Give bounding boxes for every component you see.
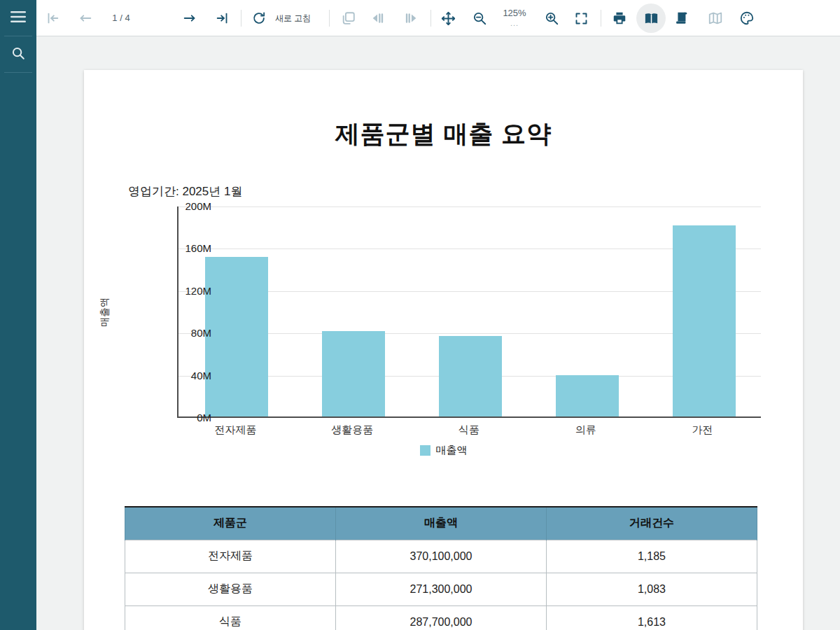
map-icon [708, 10, 723, 26]
toolbar-separator [329, 10, 330, 27]
pan-icon [440, 10, 456, 27]
report-viewer-app: 1 / 4 새로 고침 [0, 0, 840, 630]
summary-table: 제품군매출액거래건수 전자제품370,100,0001,185생활용품271,3… [125, 506, 757, 630]
toolbar: 1 / 4 새로 고침 [36, 0, 840, 36]
bar-생활용품 [322, 331, 385, 416]
toolbar-separator [241, 10, 241, 27]
bar-식품 [439, 336, 502, 416]
viewer-content[interactable]: 제품군별 매출 요약 영업기간: 2025년 1월 매출액 0M40M80M12… [36, 36, 840, 630]
legend-label: 매출액 [436, 444, 468, 457]
search-button[interactable] [0, 36, 36, 72]
y-tick-label: 120M [169, 285, 211, 297]
table-cell: 식품 [125, 606, 336, 630]
table-header-row: 제품군매출액거래건수 [125, 507, 757, 540]
report-page: 제품군별 매출 요약 영업기간: 2025년 1월 매출액 0M40M80M12… [84, 70, 803, 630]
table-cell: 287,700,000 [336, 606, 547, 630]
table-row: 생활용품271,300,0001,083 [125, 573, 757, 606]
zoom-in-icon [544, 10, 559, 26]
search-icon [10, 46, 26, 64]
table-cell: 1,083 [547, 573, 757, 606]
table-header-cell: 매출액 [336, 507, 547, 540]
sidebar [0, 0, 36, 630]
sidebar-divider [4, 72, 32, 73]
first-page-button[interactable] [41, 7, 64, 29]
y-tick-label: 160M [169, 242, 211, 254]
y-tick-label: 200M [169, 200, 211, 212]
table-row: 전자제품370,100,0001,185 [125, 540, 757, 573]
step-back-icon [370, 10, 386, 26]
bar-전자제품 [205, 257, 268, 416]
menu-button[interactable] [0, 0, 36, 36]
fullscreen-button[interactable] [570, 7, 592, 29]
fullscreen-icon [574, 11, 589, 26]
zoom-out-button[interactable] [468, 7, 491, 29]
toolbar-separator [430, 10, 431, 27]
bar-chart: 매출액 0M40M80M120M160M200M 전자제품생활용품식품의류가전 … [84, 70, 803, 462]
y-tick-label: 80M [169, 327, 211, 339]
last-page-icon [215, 10, 230, 26]
hamburger-icon [10, 10, 27, 27]
table-row: 식품287,700,0001,613 [125, 606, 757, 630]
x-tick-label: 생활용품 [303, 424, 401, 437]
y-gridline [178, 206, 761, 207]
table-header-cell: 제품군 [125, 507, 336, 540]
table-cell: 1,613 [547, 606, 757, 630]
export-icon [341, 10, 356, 26]
zoom-in-button[interactable] [540, 7, 563, 29]
x-tick-label: 전자제품 [186, 424, 284, 437]
y-axis-title: 매출액 [99, 298, 111, 327]
theme-button[interactable] [736, 7, 758, 29]
bar-가전 [673, 225, 736, 416]
last-page-button[interactable] [211, 7, 234, 29]
first-page-icon [45, 10, 60, 26]
book-icon [643, 10, 659, 27]
refresh-icon [251, 10, 267, 26]
y-tick-label: 0M [169, 412, 211, 424]
table-cell: 271,300,000 [336, 573, 547, 606]
continuous-view-button[interactable] [670, 7, 692, 29]
table-cell: 전자제품 [125, 540, 336, 573]
table-cell: 370,100,000 [336, 540, 547, 573]
step-forward-icon [403, 10, 419, 26]
x-tick-label: 식품 [420, 424, 518, 437]
table-header-cell: 거래건수 [547, 507, 757, 540]
export-button[interactable] [337, 7, 360, 29]
page-view-button[interactable] [640, 7, 662, 29]
toolbar-separator [601, 10, 601, 27]
scroll-icon [673, 10, 689, 26]
palette-icon [739, 10, 755, 26]
plot-area [177, 206, 761, 418]
print-icon [612, 10, 627, 26]
next-page-icon [182, 10, 197, 26]
x-tick-label: 의류 [537, 424, 635, 437]
table-cell: 생활용품 [125, 573, 336, 606]
pan-button[interactable] [437, 7, 459, 29]
legend-swatch [420, 445, 430, 456]
next-page-button[interactable] [178, 7, 201, 29]
table-body: 전자제품370,100,0001,185생활용품271,300,0001,083… [125, 540, 757, 630]
zoom-level-more: ... [495, 21, 534, 25]
y-tick-label: 40M [169, 370, 211, 382]
chart-legend: 매출액 [84, 444, 803, 457]
zoom-out-icon [472, 10, 487, 26]
step-forward-button[interactable] [400, 7, 422, 29]
refresh-button[interactable] [248, 7, 270, 29]
previous-page-button[interactable] [74, 7, 97, 29]
step-back-button[interactable] [367, 7, 389, 29]
zoom-level-dropdown[interactable]: 125% ... [495, 6, 534, 34]
previous-page-icon [78, 10, 93, 26]
x-tick-label: 가전 [654, 424, 752, 437]
table-cell: 1,185 [547, 540, 757, 573]
refresh-label: 새로 고침 [275, 0, 311, 36]
bar-의류 [556, 375, 619, 416]
print-button[interactable] [608, 7, 631, 29]
page-indicator[interactable]: 1 / 4 [104, 0, 139, 36]
thumbnails-button[interactable] [704, 7, 727, 29]
